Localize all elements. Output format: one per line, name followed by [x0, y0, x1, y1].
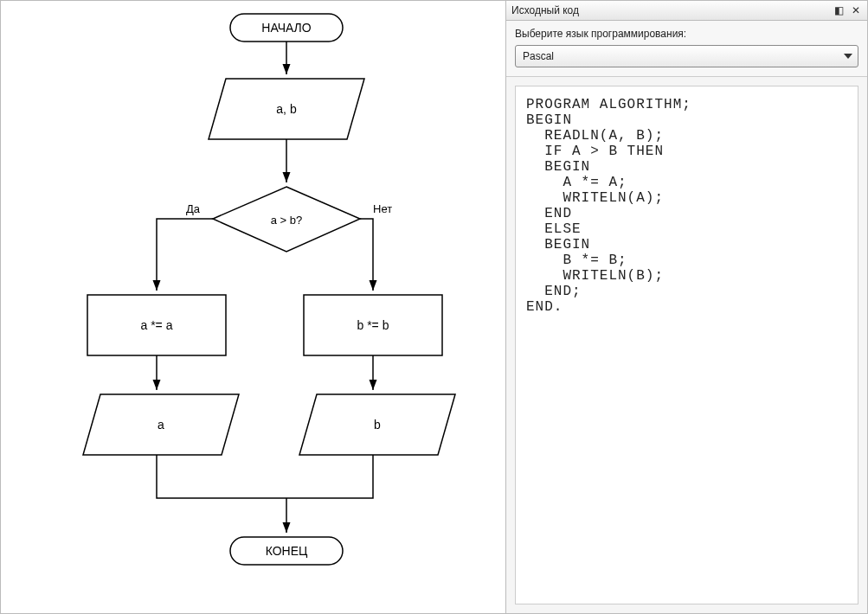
language-select-value: Pascal: [523, 50, 554, 62]
language-section: Выберите язык программирования: Pascal: [506, 21, 867, 77]
flow-branch-no: Нет: [373, 202, 392, 215]
language-select[interactable]: Pascal: [515, 45, 858, 67]
flow-end-label: КОНЕЦ: [266, 544, 308, 558]
language-label: Выберите язык программирования:: [515, 28, 858, 40]
source-panel: Исходный код ◧ ✕ Выберите язык программи…: [506, 0, 868, 614]
flow-output-left-label: a: [158, 418, 164, 432]
app-window: НАЧАЛО a, b a > b? Да Нет a: [0, 0, 868, 614]
flow-input-label: a, b: [276, 102, 297, 116]
close-icon[interactable]: ✕: [850, 4, 862, 16]
flow-process-right-label: b *= b: [357, 318, 389, 332]
undock-icon[interactable]: ◧: [833, 4, 845, 16]
code-view[interactable]: PROGRAM ALGORITHM; BEGIN READLN(A, B); I…: [515, 86, 858, 604]
flow-output-right-label: b: [374, 418, 381, 432]
flow-branch-yes: Да: [186, 202, 201, 215]
flow-process-left-label: a *= a: [141, 318, 173, 332]
panel-title-text: Исходный код: [511, 4, 579, 16]
flow-start-label: НАЧАЛО: [261, 21, 312, 35]
panel-header: Исходный код ◧ ✕: [506, 1, 867, 21]
flow-decision-label: a > b?: [271, 214, 303, 227]
chevron-down-icon: [844, 54, 852, 59]
flowchart-svg: НАЧАЛО a, b a > b? Да Нет a: [1, 1, 505, 614]
flowchart-pane: НАЧАЛО a, b a > b? Да Нет a: [0, 0, 506, 614]
